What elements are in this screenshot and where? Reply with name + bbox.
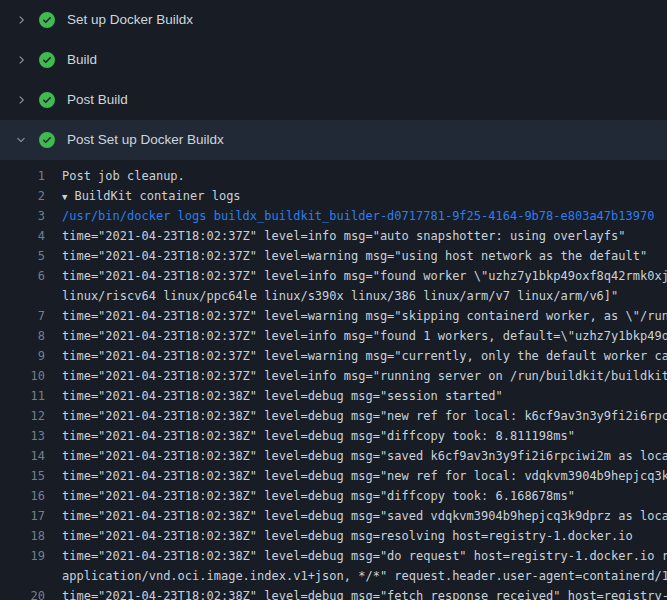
log-line-text: time="2021-04-23T18:02:38Z" level=debug …	[45, 506, 667, 526]
line-number[interactable]: 3	[0, 206, 45, 226]
line-number[interactable]: 8	[0, 326, 45, 346]
log-line: 18time="2021-04-23T18:02:38Z" level=debu…	[0, 526, 667, 546]
chevron-down-icon[interactable]	[14, 134, 28, 146]
log-line: 17time="2021-04-23T18:02:38Z" level=debu…	[0, 506, 667, 526]
log-line: 19time="2021-04-23T18:02:38Z" level=debu…	[0, 546, 667, 566]
log-line-text: time="2021-04-23T18:02:38Z" level=debug …	[45, 546, 667, 566]
line-number[interactable]: 18	[0, 526, 45, 546]
log-line-text: time="2021-04-23T18:02:37Z" level=info m…	[45, 326, 667, 346]
log-line: 3/usr/bin/docker logs buildx_buildkit_bu…	[0, 206, 667, 226]
log-line: 5time="2021-04-23T18:02:37Z" level=warni…	[0, 246, 667, 266]
line-number[interactable]	[0, 286, 45, 306]
step-list: Set up Docker BuildxBuildPost BuildPost …	[0, 0, 667, 160]
log-line-text: time="2021-04-23T18:02:38Z" level=debug …	[45, 526, 667, 546]
line-number[interactable]: 9	[0, 346, 45, 366]
log-line-text: time="2021-04-23T18:02:37Z" level=info m…	[45, 266, 667, 286]
log-group-label: BuildKit container logs	[74, 189, 240, 203]
check-circle-icon	[39, 52, 55, 68]
line-number[interactable]: 10	[0, 366, 45, 386]
line-number[interactable]: 7	[0, 306, 45, 326]
chevron-right-icon[interactable]	[14, 14, 28, 26]
line-number[interactable]: 19	[0, 546, 45, 566]
actions-log-viewer: Set up Docker BuildxBuildPost BuildPost …	[0, 0, 667, 600]
check-circle-icon	[39, 12, 55, 28]
step-label: Build	[66, 53, 97, 67]
log-line: 13time="2021-04-23T18:02:38Z" level=debu…	[0, 426, 667, 446]
log-line-text: time="2021-04-23T18:02:37Z" level=info m…	[45, 226, 667, 246]
log-line-text: time="2021-04-23T18:02:38Z" level=debug …	[45, 426, 667, 446]
line-number[interactable]: 2	[0, 186, 45, 206]
line-number[interactable]: 17	[0, 506, 45, 526]
log-line: 15time="2021-04-23T18:02:38Z" level=debu…	[0, 466, 667, 486]
line-number[interactable]: 13	[0, 426, 45, 446]
line-number[interactable]: 1	[0, 166, 45, 186]
log-group-toggle[interactable]: ▼BuildKit container logs	[45, 186, 667, 206]
line-number[interactable]: 11	[0, 386, 45, 406]
log-line: 6time="2021-04-23T18:02:37Z" level=info …	[0, 266, 667, 286]
log-line: 16time="2021-04-23T18:02:38Z" level=debu…	[0, 486, 667, 506]
log-line-text: time="2021-04-23T18:02:38Z" level=debug …	[45, 446, 667, 466]
log-line-text: time="2021-04-23T18:02:38Z" level=debug …	[45, 586, 667, 600]
log-line-text: time="2021-04-23T18:02:37Z" level=warnin…	[45, 246, 667, 266]
line-number[interactable]: 6	[0, 266, 45, 286]
log-line-text: time="2021-04-23T18:02:37Z" level=warnin…	[45, 306, 667, 326]
log-line-text: time="2021-04-23T18:02:37Z" level=info m…	[45, 366, 667, 386]
line-number[interactable]: 4	[0, 226, 45, 246]
log-line-text: time="2021-04-23T18:02:38Z" level=debug …	[45, 406, 667, 426]
check-circle-icon	[39, 132, 55, 148]
step-label: Post Build	[66, 93, 128, 107]
log-line: 8time="2021-04-23T18:02:37Z" level=info …	[0, 326, 667, 346]
line-number[interactable]: 12	[0, 406, 45, 426]
line-number[interactable]: 15	[0, 466, 45, 486]
log-line: 12time="2021-04-23T18:02:38Z" level=debu…	[0, 406, 667, 426]
step-header-post-build[interactable]: Post Build	[0, 80, 667, 120]
line-number[interactable]	[0, 566, 45, 586]
log-line-text: application/vnd.oci.image.index.v1+json,…	[45, 566, 667, 586]
log-line: 4time="2021-04-23T18:02:37Z" level=info …	[0, 226, 667, 246]
log-line-continuation: linux/riscv64 linux/ppc64le linux/s390x …	[0, 286, 667, 306]
step-header-set-up-docker-buildx[interactable]: Set up Docker Buildx	[0, 0, 667, 40]
disclosure-triangle-icon: ▼	[62, 187, 67, 206]
chevron-right-icon[interactable]	[14, 94, 28, 106]
log-line: 11time="2021-04-23T18:02:38Z" level=debu…	[0, 386, 667, 406]
line-number[interactable]: 20	[0, 586, 45, 600]
step-header-post-set-up-docker-buildx[interactable]: Post Set up Docker Buildx	[0, 120, 667, 160]
log-group-row: 2▼BuildKit container logs	[0, 186, 667, 206]
log-line: 10time="2021-04-23T18:02:37Z" level=info…	[0, 366, 667, 386]
line-number[interactable]: 14	[0, 446, 45, 466]
log-line-text: time="2021-04-23T18:02:38Z" level=debug …	[45, 466, 667, 486]
log-line: 7time="2021-04-23T18:02:37Z" level=warni…	[0, 306, 667, 326]
log-line-text: Post job cleanup.	[45, 166, 667, 186]
line-number[interactable]: 16	[0, 486, 45, 506]
log-line: 14time="2021-04-23T18:02:38Z" level=debu…	[0, 446, 667, 466]
line-number[interactable]: 5	[0, 246, 45, 266]
check-circle-icon	[39, 92, 55, 108]
step-header-build[interactable]: Build	[0, 40, 667, 80]
log-line-text: time="2021-04-23T18:02:38Z" level=debug …	[45, 486, 667, 506]
step-label: Post Set up Docker Buildx	[66, 133, 224, 147]
log-line-continuation: application/vnd.oci.image.index.v1+json,…	[0, 566, 667, 586]
log-line-text: /usr/bin/docker logs buildx_buildkit_bui…	[45, 206, 667, 226]
log-area: 1Post job cleanup.2▼BuildKit container l…	[0, 160, 667, 600]
log-line-text: time="2021-04-23T18:02:37Z" level=warnin…	[45, 346, 667, 366]
step-label: Set up Docker Buildx	[66, 13, 193, 27]
log-line: 9time="2021-04-23T18:02:37Z" level=warni…	[0, 346, 667, 366]
chevron-right-icon[interactable]	[14, 54, 28, 66]
log-line: 1Post job cleanup.	[0, 166, 667, 186]
log-line-text: time="2021-04-23T18:02:38Z" level=debug …	[45, 386, 667, 406]
log-line-text: linux/riscv64 linux/ppc64le linux/s390x …	[45, 286, 667, 306]
log-line: 20time="2021-04-23T18:02:38Z" level=debu…	[0, 586, 667, 600]
